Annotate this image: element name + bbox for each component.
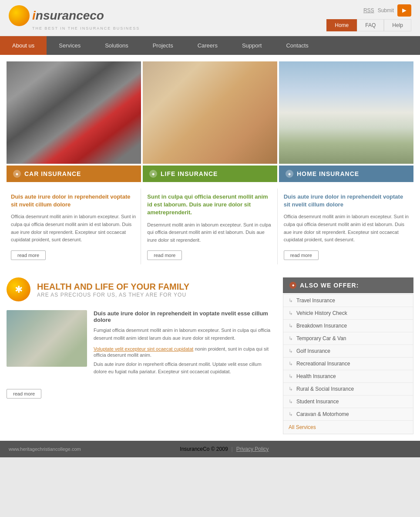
- rss-icon: ►: [397, 4, 411, 17]
- rss-link[interactable]: RSS: [363, 7, 374, 14]
- insurance-col-life: Sunt in culpa qui officia deserunt molli…: [143, 189, 277, 264]
- offer-golf-icon: ↳: [289, 348, 293, 354]
- health-subtitle: ARE AS PRECIOUS FOR US, AS THEY ARE FOR …: [37, 292, 189, 298]
- banner-home[interactable]: HOME INSURANCE: [279, 166, 413, 182]
- offer-breakdown-icon: ↳: [289, 323, 293, 329]
- car-col-title: Duis aute irure dolor in reprehendeit vo…: [11, 193, 136, 209]
- health-link-para: Voluptate velit excepteur sint ocaecat c…: [94, 346, 274, 358]
- insurance-columns: Duis aute irure dolor in reprehendeit vo…: [0, 182, 420, 271]
- health-text: Duis aute irure dolor in reprehendeit in…: [94, 310, 274, 380]
- hero-life: [143, 61, 277, 164]
- also-offer-header: ALSO WE OFFER:: [283, 277, 413, 293]
- offer-caravan[interactable]: ↳ Caravan & Motorhome: [283, 408, 413, 421]
- nav-about[interactable]: About us: [0, 36, 47, 55]
- banner-home-title: HOME INSURANCE: [297, 170, 359, 177]
- offer-list: ↳ Travel Insurance ↳ Vehicle History Che…: [283, 294, 413, 434]
- banner-car[interactable]: CAR INSURANCE: [7, 166, 141, 182]
- footer-privacy-link[interactable]: Privacy Policy: [236, 446, 269, 452]
- footer-pipe: |: [232, 446, 233, 452]
- content-wrapper: CAR INSURANCE LIFE INSURANCE HOME INSURA…: [0, 55, 420, 441]
- offer-breakdown[interactable]: ↳ Breakdown Insurance: [283, 320, 413, 332]
- hero-car: [7, 61, 141, 164]
- offer-rural-icon: ↳: [289, 386, 293, 392]
- all-services-anchor[interactable]: All Services: [289, 424, 316, 430]
- health-content-title: Duis aute irure dolor in reprehendeit in…: [94, 310, 274, 323]
- logo-icon: [9, 5, 30, 26]
- offer-temp-car-label: Temporary Car & Van: [296, 335, 346, 341]
- top-nav-help[interactable]: Help: [384, 19, 411, 31]
- also-offer-icon: [289, 282, 296, 289]
- submit-link[interactable]: Submit: [378, 7, 394, 14]
- health-read-more[interactable]: read more: [7, 389, 41, 399]
- life-read-more[interactable]: read more: [147, 250, 182, 260]
- banner-life[interactable]: LIFE INSURANCE: [143, 166, 277, 182]
- header: insuranceco THE BEST IN THE INSURANCE BU…: [0, 0, 420, 36]
- offer-student[interactable]: ↳ Student Insurance: [283, 395, 413, 408]
- offer-travel-icon: ↳: [289, 297, 293, 304]
- nav-solutions[interactable]: Solutions: [93, 36, 140, 55]
- offer-caravan-icon: ↳: [289, 411, 293, 417]
- also-offer-title: ALSO WE OFFER:: [300, 282, 359, 289]
- banner-car-icon: [13, 170, 21, 178]
- offer-golf[interactable]: ↳ Golf Insurance: [283, 345, 413, 358]
- offer-travel-label: Travel Insurance: [296, 297, 335, 304]
- life-col-title: Sunt in culpa qui officia deserunt molli…: [147, 193, 272, 217]
- offer-health-label: Health Insurance: [296, 373, 336, 379]
- nav-contacts[interactable]: Contacts: [274, 36, 320, 55]
- logo-text: insuranceco: [32, 9, 104, 23]
- offer-vehicle[interactable]: ↳ Vehicle History Check: [283, 307, 413, 320]
- health-icon: ✱: [7, 277, 30, 301]
- offer-travel[interactable]: ↳ Travel Insurance: [283, 294, 413, 307]
- nav-services[interactable]: Services: [47, 36, 93, 55]
- footer-website: www.heritagechristiancollege.com: [9, 446, 81, 452]
- offer-student-icon: ↳: [289, 399, 293, 405]
- top-nav-home[interactable]: Home: [326, 19, 357, 31]
- top-nav: Home FAQ Help: [326, 19, 411, 31]
- nav-careers[interactable]: Careers: [185, 36, 230, 55]
- nav-projects[interactable]: Projects: [141, 36, 185, 55]
- all-services-link[interactable]: All Services: [283, 421, 413, 434]
- health-photo: [7, 310, 87, 367]
- offer-health[interactable]: ↳ Health Insurance: [283, 370, 413, 383]
- logo: insuranceco: [9, 5, 140, 26]
- insurance-col-home: Duis aute irure dolor in reprehendeit vo…: [279, 189, 413, 264]
- home-col-title: Duis aute irure dolor in reprehendeit vo…: [284, 193, 409, 209]
- nav-support[interactable]: Support: [230, 36, 274, 55]
- health-underline-link[interactable]: Voluptate velit excepteur sint ocaecat c…: [94, 346, 193, 351]
- lower-right: ALSO WE OFFER: ↳ Travel Insurance ↳ Vehi…: [283, 277, 413, 434]
- hero-section: [0, 55, 420, 164]
- offer-temp-car-icon: ↳: [289, 335, 293, 341]
- offer-caravan-label: Caravan & Motorhome: [296, 411, 349, 417]
- lower-section: ✱ HEALTH AND LIFE OF YOUR FAMILY ARE AS …: [0, 271, 420, 441]
- home-read-more[interactable]: read more: [284, 250, 319, 260]
- health-body1: Fumgiat officia desemrunt mollit anim in…: [94, 327, 274, 342]
- home-col-body: Officia desemrunt mollit anim in laborum…: [284, 213, 409, 243]
- banner-life-title: LIFE INSURANCE: [161, 170, 218, 177]
- top-nav-faq[interactable]: FAQ: [357, 19, 384, 31]
- health-title: HEALTH AND LIFE OF YOUR FAMILY: [37, 281, 189, 292]
- car-read-more[interactable]: read more: [11, 250, 46, 260]
- offer-recreational[interactable]: ↳ Recreational Insurance: [283, 358, 413, 370]
- footer-center-area: InsuranceCo © 2009 | Privacy Policy: [180, 446, 269, 452]
- rss-area: RSS Submit ►: [363, 4, 411, 17]
- offer-health-icon: ↳: [289, 373, 293, 379]
- car-col-body: Officia desemrunt mollit anim in laborum…: [11, 213, 136, 243]
- header-right: RSS Submit ► Home FAQ Help: [326, 4, 411, 31]
- offer-rural-label: Rural & Social Insurance: [296, 386, 354, 392]
- logo-area: insuranceco THE BEST IN THE INSURANCE BU…: [9, 5, 140, 30]
- offer-temp-car[interactable]: ↳ Temporary Car & Van: [283, 332, 413, 345]
- banner-car-title: CAR INSURANCE: [24, 170, 81, 177]
- health-title-main: HEALTH AND LIFE OF: [37, 282, 131, 291]
- offer-vehicle-icon: ↳: [289, 310, 293, 316]
- health-icon-char: ✱: [15, 284, 23, 295]
- life-col-body: Desemrunt mollit anim in laborum excepte…: [147, 221, 272, 244]
- footer-copyright: InsuranceCo © 2009: [180, 446, 228, 452]
- couple-image: [143, 61, 277, 164]
- offer-golf-label: Golf Insurance: [296, 348, 330, 354]
- hero-home: [279, 61, 413, 164]
- car-image: [7, 61, 141, 164]
- offer-vehicle-label: Vehicle History Check: [296, 310, 347, 316]
- banner-home-icon: [286, 170, 293, 178]
- health-body3: Duis aute irure dolor in repreherit offi…: [94, 361, 274, 376]
- offer-rural[interactable]: ↳ Rural & Social Insurance: [283, 383, 413, 395]
